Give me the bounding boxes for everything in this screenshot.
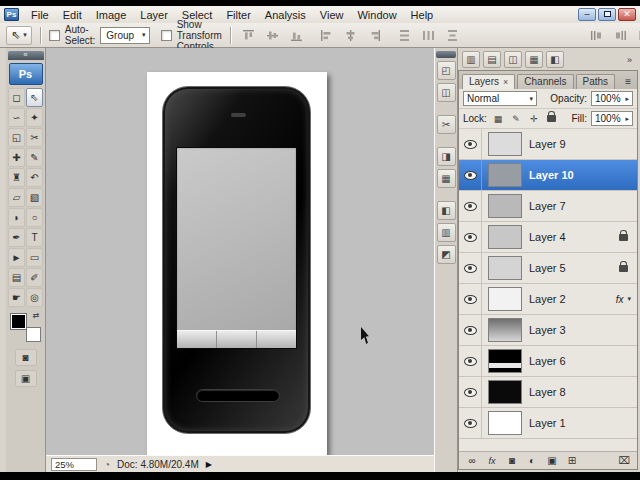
canvas-viewport[interactable] xyxy=(46,48,434,455)
brush-tool[interactable]: ✎ xyxy=(26,148,43,167)
notes-tool[interactable]: ▤ xyxy=(8,268,25,287)
eye-icon[interactable] xyxy=(464,295,477,304)
clone-stamp-tool[interactable]: ♜ xyxy=(8,168,25,187)
menu-edit[interactable]: Edit xyxy=(56,8,89,22)
layer-row-10[interactable]: Layer 10 xyxy=(459,160,637,191)
layer-effects-badge[interactable]: fx ▾ xyxy=(616,294,631,305)
new-group-icon[interactable]: ▣ xyxy=(546,455,558,466)
link-layers-icon[interactable]: ∞ xyxy=(466,455,478,466)
type-tool[interactable]: T xyxy=(26,228,43,247)
restore-button[interactable] xyxy=(598,8,616,21)
workspace-icon-5[interactable]: ◧ xyxy=(546,51,564,68)
eye-icon[interactable] xyxy=(464,419,477,428)
auto-select-checkbox[interactable] xyxy=(49,30,60,41)
align-horizontal-center-button[interactable] xyxy=(341,26,360,44)
collapse-dock-chevron[interactable]: » xyxy=(623,54,636,66)
history-brush-tool[interactable]: ↶ xyxy=(26,168,43,187)
lock-position-icon[interactable]: ✛ xyxy=(527,112,541,126)
tab-close-icon[interactable]: × xyxy=(503,77,508,87)
layer-thumbnail[interactable] xyxy=(488,349,522,373)
eye-icon[interactable] xyxy=(464,140,477,149)
layer-row-7[interactable]: Layer 7 xyxy=(459,191,637,222)
panel-menu-icon[interactable]: ≡ xyxy=(622,76,634,89)
visibility-cell[interactable] xyxy=(459,191,482,221)
layer-row-1[interactable]: Layer 1 xyxy=(459,408,637,439)
layer-row-2[interactable]: Layer 2 fx ▾ xyxy=(459,284,637,315)
eye-icon[interactable] xyxy=(464,388,477,397)
add-layer-mask-icon[interactable]: ◙ xyxy=(506,455,518,466)
show-transform-checkbox[interactable] xyxy=(161,30,172,41)
app-icon[interactable]: Ps xyxy=(4,8,19,21)
crop-tool[interactable]: ◱ xyxy=(8,128,25,147)
layer-row-3[interactable]: Layer 3 xyxy=(459,315,637,346)
new-layer-icon[interactable]: ⊞ xyxy=(566,455,578,466)
visibility-cell[interactable] xyxy=(459,129,482,159)
visibility-cell[interactable] xyxy=(459,408,482,438)
tool-preset-picker[interactable]: ⇖ ▾ xyxy=(6,26,32,45)
layer-thumbnail[interactable] xyxy=(488,163,522,187)
workspace-icon-1[interactable]: ▥ xyxy=(462,51,480,68)
expand-effects-icon[interactable]: ▾ xyxy=(627,295,631,303)
distribute-vertical-center-button[interactable] xyxy=(419,26,438,44)
quick-mask-button[interactable]: ◙ xyxy=(15,349,37,366)
layer-thumbnail[interactable] xyxy=(488,318,522,342)
collapsed-panel-icon-6[interactable]: ◧ xyxy=(437,201,456,220)
layer-row-9[interactable]: Layer 9 xyxy=(459,129,637,160)
eye-icon[interactable] xyxy=(464,264,477,273)
menu-analysis[interactable]: Analysis xyxy=(258,8,313,22)
eye-icon[interactable] xyxy=(464,233,477,242)
opacity-field[interactable]: 100% ▸ xyxy=(591,91,633,106)
visibility-cell[interactable] xyxy=(459,346,482,376)
visibility-cell[interactable] xyxy=(459,315,482,345)
lock-image-icon[interactable]: ✎ xyxy=(509,112,523,126)
layer-row-4[interactable]: Layer 4 xyxy=(459,222,637,253)
close-button[interactable]: ✕ xyxy=(618,8,636,21)
layer-row-5[interactable]: Layer 5 xyxy=(459,253,637,284)
zoom-level-field[interactable]: 25% xyxy=(51,458,97,471)
adjustment-layer-icon[interactable]: ◐ xyxy=(526,455,538,466)
align-left-button[interactable] xyxy=(317,26,336,44)
hand-tool[interactable]: ☛ xyxy=(8,288,25,307)
lasso-tool[interactable]: ∽ xyxy=(8,108,25,127)
menu-help[interactable]: Help xyxy=(404,8,441,22)
eye-icon[interactable] xyxy=(464,171,477,180)
background-color-swatch[interactable] xyxy=(26,327,41,342)
distribute-center-button[interactable] xyxy=(611,26,630,44)
align-vertical-center-button[interactable] xyxy=(263,26,282,44)
ps-logo[interactable]: Ps xyxy=(9,63,43,85)
workspace-icon-3[interactable]: ◫ xyxy=(504,51,522,68)
layer-thumbnail[interactable] xyxy=(488,380,522,404)
distribute-right-button[interactable] xyxy=(635,26,640,44)
screen-mode-button[interactable]: ▣ xyxy=(15,370,37,387)
collapsed-panel-icon-4[interactable]: ◨ xyxy=(437,147,456,166)
fill-field[interactable]: 100% ▸ xyxy=(591,111,633,126)
collapsed-panel-icon-8[interactable]: ◩ xyxy=(437,245,456,264)
collapsed-panel-icon-5[interactable]: ▦ xyxy=(437,169,456,188)
foreground-color-swatch[interactable] xyxy=(11,314,26,329)
auto-select-dropdown[interactable]: Group ▾ xyxy=(100,27,149,44)
eye-icon[interactable] xyxy=(464,326,477,335)
align-right-button[interactable] xyxy=(365,26,384,44)
gradient-tool[interactable]: ▧ xyxy=(26,188,43,207)
dock-grip[interactable] xyxy=(436,51,456,58)
tab-paths[interactable]: Paths xyxy=(576,74,616,89)
layer-row-6[interactable]: Layer 6 xyxy=(459,346,637,377)
eye-icon[interactable] xyxy=(464,202,477,211)
align-bottom-button[interactable] xyxy=(287,26,306,44)
distribute-top-button[interactable] xyxy=(395,26,414,44)
visibility-cell[interactable] xyxy=(459,377,482,407)
collapsed-panel-icon-1[interactable]: ◰ xyxy=(437,61,456,80)
collapsed-panel-icon-3[interactable]: ✂ xyxy=(437,115,456,134)
distribute-bottom-button[interactable] xyxy=(443,26,462,44)
layer-thumbnail[interactable] xyxy=(488,194,522,218)
blend-mode-dropdown[interactable]: Normal ▾ xyxy=(463,91,537,106)
visibility-cell[interactable] xyxy=(459,222,482,252)
layer-style-icon[interactable]: fx xyxy=(486,456,498,466)
align-top-button[interactable] xyxy=(239,26,258,44)
layer-thumbnail[interactable] xyxy=(488,256,522,280)
dodge-tool[interactable]: ○ xyxy=(26,208,43,227)
status-popup-arrow[interactable]: ▶ xyxy=(206,460,212,469)
delete-layer-icon[interactable]: ⌧ xyxy=(618,455,630,466)
eyedropper-tool[interactable]: ✐ xyxy=(26,268,43,287)
menu-layer[interactable]: Layer xyxy=(133,8,175,22)
